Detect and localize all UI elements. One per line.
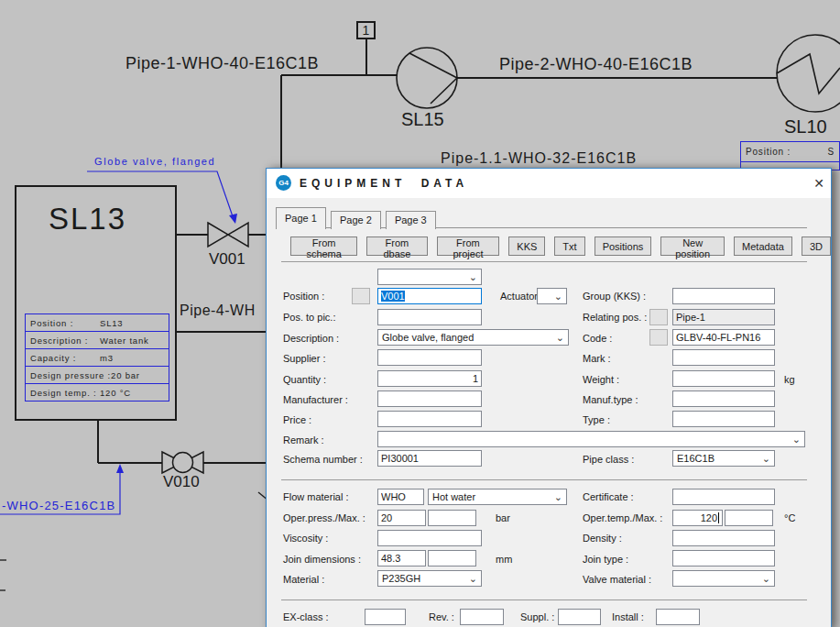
manuf-type-label: Manuf.type : xyxy=(583,394,638,405)
manuf-type-input[interactable] xyxy=(672,390,775,407)
row-value: SL13 xyxy=(100,318,123,328)
weight-input[interactable] xyxy=(672,370,775,387)
position-input[interactable]: V001 xyxy=(377,288,482,304)
group-kks-input[interactable] xyxy=(672,288,775,304)
weight-unit: kg xyxy=(784,374,795,385)
pump-sl15-label[interactable]: SL15 xyxy=(401,109,444,130)
quantity-input[interactable] xyxy=(377,370,482,387)
remark-combobox[interactable]: ⌄ xyxy=(377,431,805,447)
code-picker-button[interactable] xyxy=(649,329,668,346)
tank-sl13-label[interactable]: SL13 xyxy=(49,202,126,236)
table-row: Design temp. : 120 °C xyxy=(25,383,169,402)
mark-input[interactable] xyxy=(672,349,775,366)
hx-sl10-label[interactable]: SL10 xyxy=(784,116,827,138)
chevron-down-icon: ⌄ xyxy=(762,454,770,463)
material-combobox[interactable]: P235GH ⌄ xyxy=(377,570,482,587)
pos-to-pic-input[interactable] xyxy=(377,309,482,325)
oper-press-max-input[interactable] xyxy=(428,510,476,526)
valve-material-combobox[interactable]: ⌄ xyxy=(672,570,775,587)
oper-temp-input[interactable]: 120 xyxy=(672,510,723,526)
from-dbase-button[interactable]: From dbase xyxy=(366,236,427,256)
valve-material-label: Valve material : xyxy=(583,574,651,585)
join-dimensions-input[interactable] xyxy=(377,550,426,566)
oper-press-unit: bar xyxy=(496,512,510,523)
row-value: 20 bar xyxy=(111,370,140,380)
code-label: Code : xyxy=(583,333,612,344)
positions-button[interactable]: Positions xyxy=(595,236,652,256)
material-label: Material : xyxy=(283,574,324,585)
code-input[interactable] xyxy=(672,329,775,346)
row-value: S xyxy=(828,147,835,157)
schema-number-label: Schema number : xyxy=(283,454,363,465)
valve-v001-symbol[interactable] xyxy=(208,223,248,247)
relating-pos-picker-button[interactable] xyxy=(649,309,668,325)
pipe1-label[interactable]: Pipe-1-WHO-40-E16C1B xyxy=(125,54,319,73)
chevron-down-icon: ⌄ xyxy=(554,292,562,301)
tab-page-2[interactable]: Page 2 xyxy=(331,211,381,229)
close-icon[interactable]: ✕ xyxy=(810,174,828,192)
pipe-connector-tag[interactable]: 1 xyxy=(356,21,376,39)
viscosity-label: Viscosity : xyxy=(283,533,328,544)
combo-value: Hot water xyxy=(432,491,552,502)
suppl-input[interactable] xyxy=(558,609,601,625)
pump-symbol[interactable] xyxy=(397,48,457,108)
type-input[interactable] xyxy=(672,411,775,427)
metadata-button[interactable]: Metadata xyxy=(734,236,792,256)
separator xyxy=(281,600,807,600)
toolbar: From schema From dbase From project KKS … xyxy=(290,236,831,256)
from-project-button[interactable]: From project xyxy=(437,236,500,256)
oper-temp-max-input[interactable] xyxy=(725,510,773,526)
description-combobox[interactable]: Globe valve, flanged ⌄ xyxy=(377,329,569,346)
description-label: Description : xyxy=(283,333,339,344)
mark-label: Mark : xyxy=(583,353,611,364)
schema-number-input[interactable] xyxy=(377,450,482,467)
oper-press-input[interactable] xyxy=(377,510,426,526)
certificate-input[interactable] xyxy=(672,489,775,505)
weight-label: Weight : xyxy=(583,374,619,385)
rev-label: Rev. : xyxy=(429,611,454,622)
valve-v001-label[interactable]: V001 xyxy=(209,250,245,269)
density-input[interactable] xyxy=(672,530,775,546)
table-row: Position : S xyxy=(740,141,840,162)
pipe-class-combobox[interactable]: E16C1B ⌄ xyxy=(672,450,775,467)
join-type-input[interactable] xyxy=(672,550,775,566)
pipe1-1-label[interactable]: Pipe-1.1-WHO-32-E16C1B xyxy=(441,150,637,167)
row-label: Design temp. : xyxy=(30,388,100,398)
manufacturer-input[interactable] xyxy=(377,390,482,407)
flow-material-combobox[interactable]: Hot water ⌄ xyxy=(428,489,567,505)
kks-button[interactable]: KKS xyxy=(508,236,545,256)
supplier-input[interactable] xyxy=(377,349,482,366)
pid-editor-screen: 1 Pipe-1-WHO-40-E16C1B Pipe-2-WHO-40-E16… xyxy=(0,0,840,627)
row-label: Description : xyxy=(30,336,100,346)
ex-class-input[interactable] xyxy=(365,609,406,625)
threed-button[interactable]: 3D xyxy=(802,236,831,256)
pipe2-label[interactable]: Pipe-2-WHO-40-E16C1B xyxy=(499,55,693,74)
oper-temp-label: Oper.temp./Max. : xyxy=(583,512,662,523)
price-input[interactable] xyxy=(377,411,482,427)
tab-page-3[interactable]: Page 3 xyxy=(386,211,436,229)
position-select-combobox[interactable]: ⌄ xyxy=(377,269,482,285)
valve-v010-symbol[interactable] xyxy=(162,452,203,473)
valve-note-label: Globe valve, flanged xyxy=(94,156,215,167)
heat-exchanger-symbol[interactable] xyxy=(777,35,840,112)
valve-v010-label[interactable]: V010 xyxy=(163,473,200,491)
rev-input[interactable] xyxy=(460,609,504,625)
field-text: Pipe-1 xyxy=(676,312,705,323)
install-input[interactable] xyxy=(656,609,700,625)
pipe4-label[interactable]: Pipe-4-WH xyxy=(180,302,256,319)
table-row: Position : SL13 xyxy=(25,314,169,332)
viscosity-input[interactable] xyxy=(377,530,482,546)
new-position-button[interactable]: New position xyxy=(660,236,725,256)
txt-button[interactable]: Txt xyxy=(554,236,584,256)
actuator-combobox[interactable]: ⌄ xyxy=(537,288,567,304)
density-label: Density : xyxy=(583,533,622,544)
from-schema-button[interactable]: From schema xyxy=(290,236,357,256)
dialog-titlebar[interactable]: G4 EQUIPMENT DATA ✕ xyxy=(267,169,831,198)
pipe25-label[interactable]: -WHO-25-E16C1B xyxy=(2,499,115,512)
tab-page-1[interactable]: Page 1 xyxy=(276,207,326,229)
supplier-label: Supplier : xyxy=(283,353,325,364)
flow-material-code-input[interactable] xyxy=(377,489,424,505)
position-picker-button[interactable] xyxy=(352,288,370,304)
join-dimensions-max-input[interactable] xyxy=(428,550,476,566)
hx-data-table: Position : S xyxy=(740,141,840,170)
